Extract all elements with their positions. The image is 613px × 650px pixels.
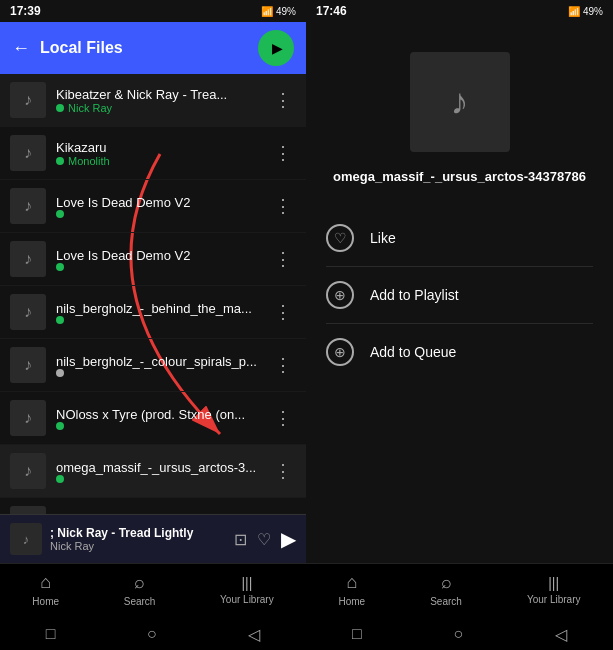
search-icon-right: ⌕	[441, 572, 452, 593]
now-playing-thumb: ♪	[10, 523, 42, 555]
heart-icon: ♡	[334, 230, 347, 246]
track-name: nils_bergholz_-_behind_the_ma...	[56, 301, 270, 316]
status-time-right: 17:46	[316, 4, 347, 18]
library-label: Your Library	[220, 594, 274, 605]
online-dot	[56, 263, 64, 271]
track-more-button[interactable]: ⋮	[270, 350, 296, 380]
track-artist: Monolith	[56, 155, 270, 167]
track-artist	[56, 316, 270, 324]
track-thumbnail: ♪	[10, 188, 46, 224]
track-name: Love Is Dead Demo V2	[56, 248, 270, 263]
search-label: Search	[124, 596, 156, 607]
track-info: nils_bergholz_-_colour_spirals_p...	[56, 354, 270, 377]
nav-search-right[interactable]: ⌕ Search	[430, 572, 462, 607]
like-menu-item[interactable]: ♡ Like	[326, 210, 593, 267]
track-name: nils_bergholz_-_colour_spirals_p...	[56, 354, 270, 369]
track-item[interactable]: ♪ nils_bergholz_-_behind_the_ma... ⋮	[0, 286, 306, 339]
bottom-nav: ⌂ Home ⌕ Search ||| Your Library	[0, 563, 306, 619]
track-more-button[interactable]: ⋮	[270, 456, 296, 486]
track-info: Record-3Trends	[56, 513, 270, 515]
add-to-queue-label: Add to Queue	[370, 344, 456, 360]
status-icons-right: 📶 49%	[568, 6, 603, 17]
track-thumbnail: ♪	[10, 294, 46, 330]
add-to-playlist-menu-item[interactable]: ⊕ Add to Playlist	[326, 267, 593, 324]
album-art: ♪	[410, 52, 510, 152]
devices-icon[interactable]: ⊡	[234, 530, 247, 549]
back-gesture[interactable]: ◁	[248, 625, 260, 644]
status-time-left: 17:39	[10, 4, 41, 18]
track-item[interactable]: ♪ omega_massif_-_ursus_arctos-3... ⋮	[0, 445, 306, 498]
track-item[interactable]: ♪ Love Is Dead Demo V2 ⋮	[0, 233, 306, 286]
online-dot	[56, 157, 64, 165]
track-list: ♪ Kibeatzer & Nick Ray - Trea... Nick Ra…	[0, 74, 306, 514]
track-info: omega_massif_-_ursus_arctos-3...	[56, 460, 270, 483]
track-item[interactable]: ♪ Kikazaru Monolith ⋮	[0, 127, 306, 180]
track-item[interactable]: ♪ Kibeatzer & Nick Ray - Trea... Nick Ra…	[0, 74, 306, 127]
nav-home-right[interactable]: ⌂ Home	[339, 572, 366, 607]
track-more-button[interactable]: ⋮	[270, 138, 296, 168]
nav-search[interactable]: ⌕ Search	[124, 572, 156, 607]
circle-button-right[interactable]: ○	[453, 625, 463, 644]
add-to-queue-menu-item[interactable]: ⊕ Add to Queue	[326, 324, 593, 380]
status-bar-left: 17:39 📶 49%	[0, 0, 306, 22]
track-artist	[56, 369, 270, 377]
track-more-button[interactable]: ⋮	[270, 244, 296, 274]
track-artist: Nick Ray	[56, 102, 270, 114]
now-playing-bar[interactable]: ♪ ; Nick Ray - Tread Lightly Nick Ray ⊡ …	[0, 514, 306, 563]
track-name: NOloss x Tyre (prod. Stxne (on...	[56, 407, 270, 422]
nav-library-right[interactable]: ||| Your Library	[527, 575, 581, 605]
home-icon-right: ⌂	[346, 572, 357, 593]
track-artist	[56, 263, 270, 271]
nav-home[interactable]: ⌂ Home	[32, 572, 59, 607]
track-info: Love Is Dead Demo V2	[56, 195, 270, 218]
circle-button[interactable]: ○	[147, 625, 157, 644]
offline-dot	[56, 369, 64, 377]
back-gesture-right[interactable]: ◁	[555, 625, 567, 644]
system-nav-right: □ ○ ◁	[306, 619, 613, 650]
track-artist	[56, 210, 270, 218]
track-thumbnail: ♪	[10, 82, 46, 118]
track-info: Kikazaru Monolith	[56, 140, 270, 167]
track-thumbnail: ♪	[10, 506, 46, 514]
square-button[interactable]: □	[46, 625, 56, 644]
now-playing-artist: Nick Ray	[50, 540, 226, 552]
track-more-button[interactable]: ⋮	[270, 509, 296, 514]
track-more-button[interactable]: ⋮	[270, 191, 296, 221]
track-name: Love Is Dead Demo V2	[56, 195, 270, 210]
track-info: Love Is Dead Demo V2	[56, 248, 270, 271]
online-dot	[56, 210, 64, 218]
track-thumbnail: ♪	[10, 453, 46, 489]
track-more-button[interactable]: ⋮	[270, 297, 296, 327]
track-thumbnail: ♪	[10, 135, 46, 171]
add-playlist-icon: ⊕	[334, 287, 346, 303]
online-dot	[56, 316, 64, 324]
nav-library[interactable]: ||| Your Library	[220, 575, 274, 605]
track-more-button[interactable]: ⋮	[270, 85, 296, 115]
play-fab-button[interactable]	[258, 30, 294, 66]
now-playing-title: ; Nick Ray - Tread Lightly	[50, 526, 226, 540]
back-button[interactable]: ←	[12, 38, 30, 59]
search-icon: ⌕	[134, 572, 145, 593]
track-thumbnail: ♪	[10, 241, 46, 277]
heart-icon[interactable]: ♡	[257, 530, 271, 549]
online-dot	[56, 475, 64, 483]
home-label: Home	[32, 596, 59, 607]
home-icon: ⌂	[40, 572, 51, 593]
track-item[interactable]: ♪ Record-3Trends ⋮	[0, 498, 306, 514]
queue-icon: ⊕	[326, 338, 354, 366]
song-title: omega_massif_-_ursus_arctos-34378786	[326, 168, 593, 186]
track-name: Kibeatzer & Nick Ray - Trea...	[56, 87, 270, 102]
track-more-button[interactable]: ⋮	[270, 403, 296, 433]
library-icon: |||	[241, 575, 252, 591]
square-button-right[interactable]: □	[352, 625, 362, 644]
track-item[interactable]: ♪ nils_bergholz_-_colour_spirals_p... ⋮	[0, 339, 306, 392]
status-bar-right: 17:46 📶 49%	[306, 0, 613, 22]
library-label-right: Your Library	[527, 594, 581, 605]
track-item[interactable]: ♪ NOloss x Tyre (prod. Stxne (on... ⋮	[0, 392, 306, 445]
search-label-right: Search	[430, 596, 462, 607]
battery-icon-left: 📶 49%	[261, 6, 296, 17]
track-item[interactable]: ♪ Love Is Dead Demo V2 ⋮	[0, 180, 306, 233]
play-button[interactable]: ▶	[281, 527, 296, 551]
track-artist	[56, 422, 270, 430]
track-thumbnail: ♪	[10, 400, 46, 436]
